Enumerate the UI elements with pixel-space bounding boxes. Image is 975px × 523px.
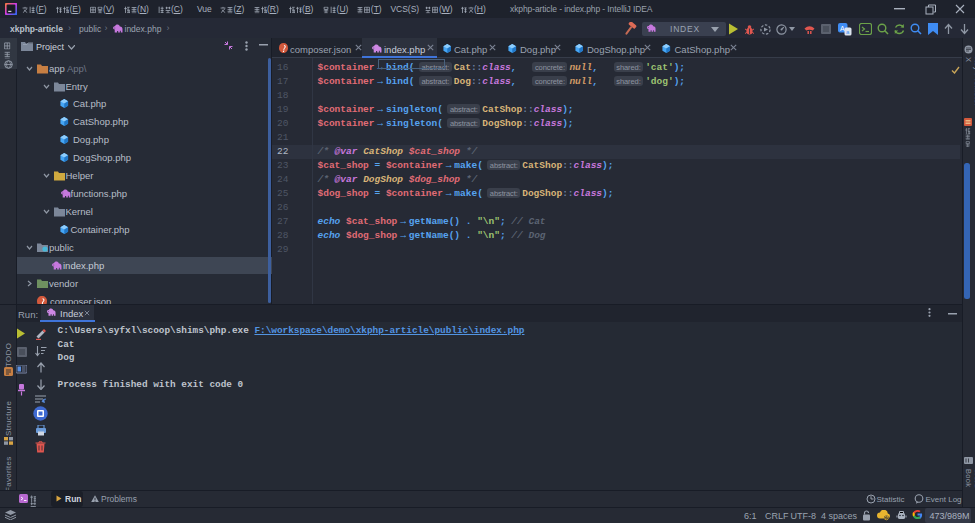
svg-text:A: A <box>840 24 845 31</box>
